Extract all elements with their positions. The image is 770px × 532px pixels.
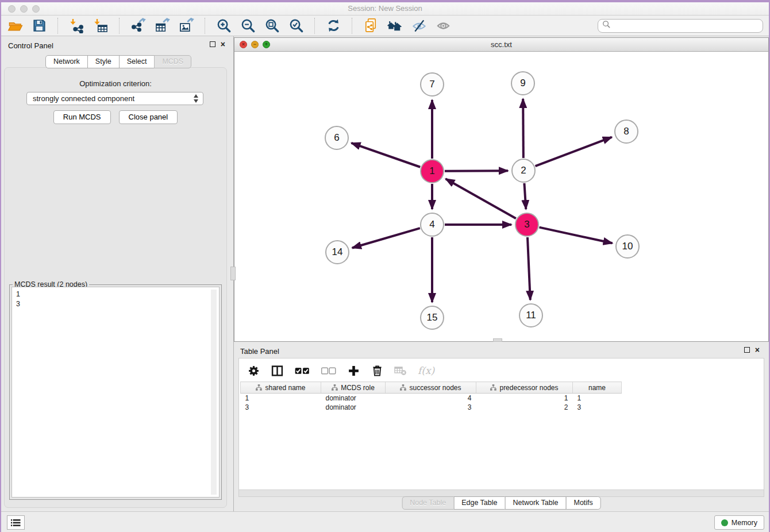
graph-edge[interactable] [351, 143, 420, 167]
column-header-successor-nodes[interactable]: successor nodes [386, 382, 476, 394]
node-table: shared nameMCDS rolesuccessor nodesprede… [240, 381, 622, 412]
table-row[interactable]: 3dominator323 [241, 403, 622, 412]
go-home-icon[interactable] [387, 18, 403, 34]
task-history-button[interactable] [7, 515, 25, 530]
import-network-icon[interactable] [68, 18, 84, 34]
open-folder-icon[interactable] [7, 18, 23, 34]
graph-node-10[interactable]: 10 [615, 234, 640, 259]
copy-network-icon[interactable] [363, 18, 379, 34]
table-cell[interactable]: 3 [573, 403, 622, 412]
tab-network[interactable]: Network [45, 55, 88, 68]
graph-edge[interactable] [528, 237, 530, 300]
import-table-icon[interactable] [93, 18, 109, 34]
network-canvas[interactable]: 7968124314101511 [234, 52, 768, 341]
graph-node-3[interactable]: 3 [515, 213, 539, 237]
deselect-all-rows-icon[interactable] [321, 364, 336, 377]
frame-maximize-icon[interactable]: + [263, 41, 270, 48]
edge-layer[interactable] [234, 52, 768, 341]
export-image-icon[interactable] [178, 18, 194, 34]
zoom-window-button[interactable] [32, 5, 40, 13]
graph-node-7[interactable]: 7 [420, 72, 444, 97]
graph-edge[interactable] [352, 228, 420, 248]
run-mcds-button[interactable]: Run MCDS [53, 110, 111, 124]
status-bar: Memory [1, 511, 769, 532]
close-table-panel-icon[interactable]: × [755, 347, 760, 353]
column-header-predecessor-nodes[interactable]: predecessor nodes [476, 382, 573, 394]
zoom-in-icon[interactable] [215, 18, 232, 34]
graph-node-2[interactable]: 2 [511, 159, 536, 183]
frame-minimize-icon[interactable]: − [251, 41, 259, 48]
vertical-splitter-handle[interactable] [230, 267, 236, 280]
optimization-criterion-label: Optimization criterion: [5, 79, 226, 88]
control-panel-title: Control Panel [8, 41, 53, 50]
column-header-name[interactable]: name [573, 382, 622, 394]
float-panel-icon[interactable] [210, 41, 215, 47]
criterion-dropdown[interactable]: strongly connected component [26, 92, 203, 105]
show-columns-icon[interactable] [271, 364, 283, 377]
graph-node-9[interactable]: 9 [511, 71, 535, 95]
graph-edge[interactable] [539, 228, 612, 244]
table-cell[interactable]: 1 [573, 394, 622, 403]
graph-edge[interactable] [446, 179, 516, 218]
float-table-panel-icon[interactable] [744, 347, 750, 353]
graph-node-15[interactable]: 15 [420, 306, 444, 330]
column-header-MCDS-role[interactable]: MCDS role [321, 382, 386, 394]
table-cell[interactable]: dominator [321, 403, 386, 412]
table-cell[interactable]: 2 [476, 403, 573, 412]
tab-network-table[interactable]: Network Table [505, 496, 567, 510]
tab-style[interactable]: Style [87, 55, 120, 68]
zoom-fit-icon[interactable] [264, 18, 280, 34]
tab-select[interactable]: Select [119, 55, 155, 68]
tab-motifs[interactable]: Motifs [565, 496, 600, 510]
graph-node-11[interactable]: 11 [519, 303, 543, 327]
search-input[interactable] [614, 21, 763, 31]
control-panel-tabs: Network Style Select MCDS [45, 55, 191, 68]
frame-close-icon[interactable]: × [240, 41, 247, 48]
graph-edge[interactable] [536, 137, 612, 167]
tab-mcds[interactable]: MCDS [154, 55, 191, 68]
table-settings-gear-icon[interactable] [247, 364, 260, 377]
mcds-result-text[interactable]: 1 3 [11, 287, 220, 498]
graph-edge[interactable] [523, 99, 523, 158]
column-type-icon [332, 384, 338, 391]
table-cell[interactable]: 4 [386, 394, 476, 403]
table-cell[interactable]: 3 [241, 403, 321, 412]
horizontal-splitter-handle[interactable] [493, 338, 502, 342]
graph-edge[interactable] [524, 183, 526, 209]
graph-node-14[interactable]: 14 [325, 240, 349, 264]
tab-node-table[interactable]: Node Table [402, 496, 454, 510]
graph-edge[interactable] [445, 171, 508, 171]
delete-column-trash-icon[interactable] [371, 364, 383, 377]
graph-node-6[interactable]: 6 [325, 126, 349, 150]
close-window-button[interactable] [8, 5, 16, 13]
memory-button[interactable]: Memory [714, 515, 764, 530]
table-panel-title: Table Panel [240, 347, 279, 356]
select-all-rows-icon[interactable] [294, 364, 310, 377]
table-cell[interactable]: 1 [241, 394, 321, 403]
search-icon [602, 20, 611, 31]
hide-selected-icon[interactable] [411, 18, 427, 34]
graph-node-1[interactable]: 1 [420, 159, 444, 183]
close-panel-icon[interactable]: × [221, 41, 225, 47]
zoom-selected-icon[interactable] [288, 18, 304, 34]
column-label: predecessor nodes [499, 384, 558, 392]
table-cell[interactable]: dominator [321, 394, 386, 403]
graph-node-4[interactable]: 4 [420, 213, 444, 237]
save-session-icon[interactable] [31, 18, 47, 34]
close-panel-button[interactable]: Close panel [119, 110, 178, 124]
table-cell[interactable]: 3 [386, 403, 476, 412]
refresh-layout-icon[interactable] [325, 18, 341, 34]
zoom-out-icon[interactable] [240, 18, 256, 34]
table-cell[interactable]: 1 [476, 394, 573, 403]
dropdown-stepper-icon [194, 94, 199, 103]
search-box[interactable] [598, 19, 763, 33]
table-row[interactable]: 1dominator411 [241, 394, 622, 403]
graph-node-8[interactable]: 8 [614, 119, 638, 144]
minimize-window-button[interactable] [20, 5, 28, 13]
add-column-icon[interactable] [347, 364, 360, 377]
export-table-icon[interactable] [154, 18, 170, 34]
result-scrollbar[interactable] [211, 290, 217, 495]
tab-edge-table[interactable]: Edge Table [453, 496, 505, 510]
column-header-shared-name[interactable]: shared name [241, 382, 321, 394]
export-network-icon[interactable] [130, 18, 146, 34]
